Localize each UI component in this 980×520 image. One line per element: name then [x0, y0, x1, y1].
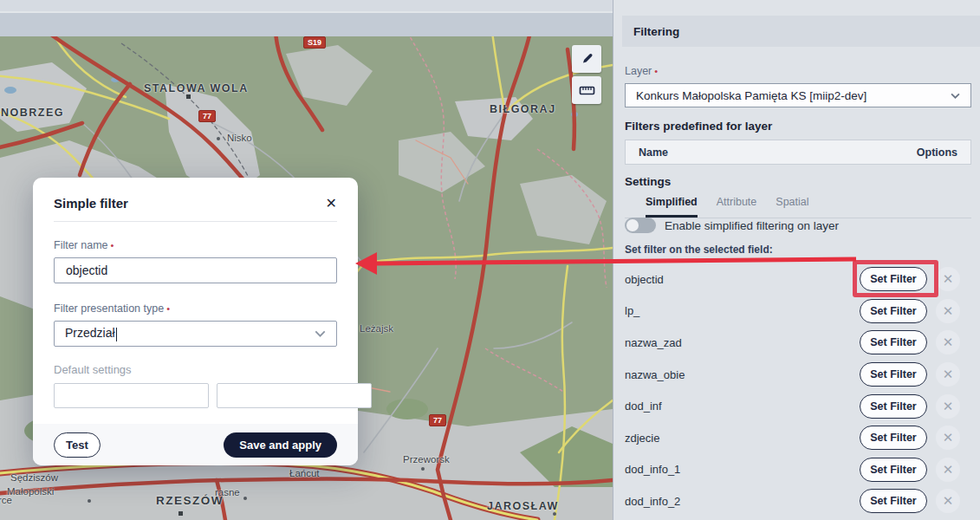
- measure-tool-button[interactable]: [572, 76, 601, 104]
- remove-filter-button[interactable]: ✕: [936, 330, 960, 354]
- panel-header: Filtering: [622, 16, 980, 47]
- field-name: objectid: [625, 273, 860, 286]
- field-row-dod-inf: dod_inf Set Filter ✕: [613, 390, 980, 422]
- chevron-down-icon: [951, 93, 960, 99]
- app-window: NOBRZEG STALOWA WOLA BIŁGORAJ Nisko Leża…: [0, 0, 980, 520]
- default-max-input[interactable]: [217, 383, 372, 408]
- required-marker: •: [654, 66, 658, 76]
- map-label-lancut: Łańcut: [289, 468, 320, 478]
- close-icon[interactable]: ✕: [326, 197, 337, 211]
- field-name: dod_info_1: [625, 463, 860, 476]
- edit-tool-button[interactable]: [572, 45, 601, 73]
- dialog-footer: Test Save and apply: [33, 424, 358, 465]
- remove-filter-button[interactable]: ✕: [936, 489, 960, 513]
- set-filter-button-nazwa-zad[interactable]: Set Filter: [860, 330, 927, 354]
- set-filter-button-dod-info-2[interactable]: Set Filter: [860, 489, 927, 513]
- remove-filter-button[interactable]: ✕: [936, 426, 960, 450]
- toggle-knob: [626, 219, 639, 231]
- pencil-icon: [580, 52, 594, 66]
- map-label-jaroslaw: JAROSŁAW: [487, 500, 559, 512]
- predefined-filters-heading: Filters predefined for layer: [625, 120, 772, 133]
- map-label-partial-rce: rce: [0, 495, 12, 505]
- panel-title: Filtering: [633, 25, 679, 38]
- remove-filter-button[interactable]: ✕: [936, 458, 960, 482]
- layer-label: Layer: [625, 65, 652, 77]
- field-name: dod_inf: [625, 400, 860, 413]
- options-column-header: Options: [917, 146, 957, 159]
- tab-simplified[interactable]: Simplified: [646, 196, 698, 218]
- toggle-label: Enable simplified filtering on layer: [665, 219, 839, 232]
- field-list: objectid Set Filter ✕ lp_ Set Filter ✕ n…: [613, 263, 980, 517]
- remove-filter-button[interactable]: ✕: [936, 362, 960, 387]
- dialog-title: Simple filter: [54, 196, 128, 211]
- required-marker: •: [166, 303, 170, 314]
- field-row-dod-info-2: dod_info_2 Set Filter ✕: [613, 485, 980, 517]
- highlight-box: [853, 260, 938, 297]
- set-filter-button-dod-inf[interactable]: Set Filter: [860, 394, 927, 419]
- remove-filter-button[interactable]: ✕: [936, 299, 960, 323]
- layer-select[interactable]: Konkurs Małopolska Pamięta KS [miip2-dev…: [625, 83, 971, 107]
- field-row-zdjecie: zdjecie Set Filter ✕: [613, 422, 980, 454]
- set-filter-hint: Set filter on the selected field:: [625, 244, 773, 256]
- map-label-tarnobrzeg: NOBRZEG: [1, 107, 64, 119]
- remove-filter-button[interactable]: ✕: [936, 267, 960, 291]
- default-min-input[interactable]: [54, 383, 209, 408]
- map-label-przeworsk: Przeworsk: [403, 454, 450, 465]
- road-badge-77-south: 77: [429, 414, 446, 426]
- field-name: zdjecie: [625, 432, 860, 445]
- field-name: nazwa_obie: [625, 368, 860, 381]
- tab-attribute[interactable]: Attribute: [717, 196, 757, 218]
- field-row-nazwa-obie: nazwa_obie Set Filter ✕: [613, 359, 980, 391]
- settings-tabs: Simplified Attribute Spatial: [625, 196, 971, 218]
- field-name: dod_info_2: [625, 495, 860, 508]
- road-badge-77: 77: [198, 110, 216, 122]
- simplified-filtering-toggle[interactable]: [625, 218, 656, 233]
- save-and-apply-button[interactable]: Save and apply: [224, 432, 337, 458]
- tab-spatial[interactable]: Spatial: [776, 196, 808, 218]
- text-caret: [116, 328, 118, 341]
- filter-name-input[interactable]: [54, 257, 337, 283]
- name-column-header: Name: [639, 146, 668, 159]
- presentation-type-select[interactable]: Przedział: [54, 321, 337, 347]
- chevron-down-icon: [315, 330, 326, 337]
- layer-select-value: Konkurs Małopolska Pamięta KS [miip2-dev…: [636, 89, 866, 102]
- required-marker: •: [111, 240, 114, 250]
- map-label-bilgoraj: BIŁGORAJ: [490, 103, 556, 115]
- field-name: nazwa_zad: [625, 336, 860, 349]
- set-filter-button-nazwa-obie[interactable]: Set Filter: [860, 362, 927, 387]
- field-row-nazwa-zad: nazwa_zad Set Filter ✕: [613, 327, 980, 359]
- set-filter-button-lp[interactable]: Set Filter: [860, 299, 927, 323]
- map-label-nisko: Nisko: [227, 133, 252, 143]
- default-settings-label: Default settings: [54, 363, 337, 376]
- map-label-rzeszow: RZESZÓW: [156, 494, 224, 507]
- road-badge-s19: S19: [303, 36, 326, 49]
- simple-filter-dialog: Simple filter ✕ Filter name• Filter pres…: [33, 178, 358, 465]
- test-button[interactable]: Test: [54, 432, 101, 458]
- map-label-stalowa-wola: STALOWA WOLA: [144, 82, 249, 94]
- presentation-type-label: Filter presentation type: [54, 302, 164, 315]
- map-label-sedziszow-2: Małopolski: [7, 486, 54, 497]
- presentation-type-value: Przedział: [65, 326, 115, 340]
- map-label-lezajsk: Leżajsk: [360, 323, 393, 334]
- set-filter-button-dod-info-1[interactable]: Set Filter: [860, 458, 927, 482]
- map-label-sedziszow-1: Sędziszów: [10, 472, 58, 483]
- remove-filter-button[interactable]: ✕: [936, 394, 960, 419]
- set-filter-button-zdjecie[interactable]: Set Filter: [860, 426, 927, 450]
- map-toolbar-strip: [0, 11, 613, 36]
- field-row-lp: lp_ Set Filter ✕: [613, 296, 980, 328]
- filter-name-label: Filter name: [54, 239, 108, 251]
- predefined-filters-table-header: Name Options: [625, 140, 971, 165]
- field-row-dod-info-1: dod_info_1 Set Filter ✕: [613, 454, 980, 486]
- settings-heading: Settings: [625, 175, 671, 188]
- field-name: lp_: [625, 304, 860, 317]
- ruler-icon: [579, 83, 595, 98]
